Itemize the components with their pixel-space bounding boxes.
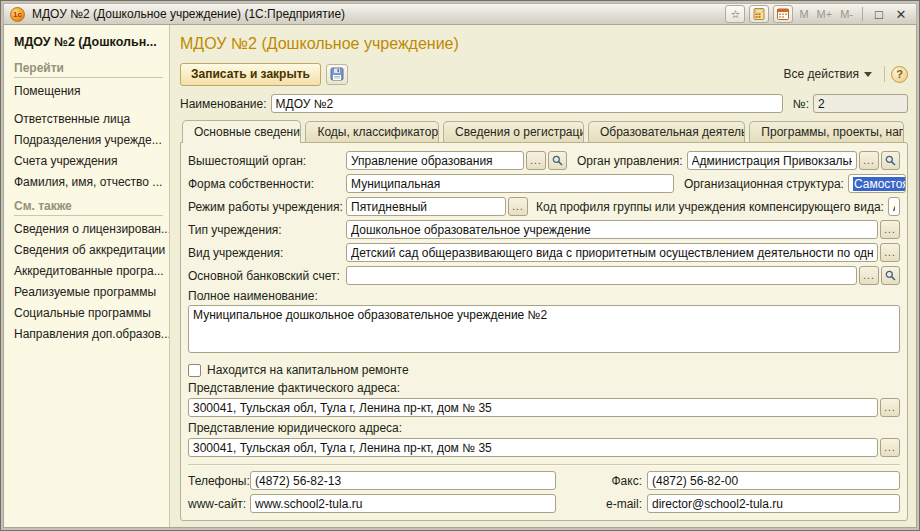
website-label: www-сайт: xyxy=(188,497,250,511)
tab-registration-info[interactable]: Сведения о регистрации xyxy=(443,121,584,142)
titlebar-separator xyxy=(862,7,863,21)
app-window: 1с МДОУ №2 (Дошкольное учреждение) (1С:П… xyxy=(0,0,920,531)
number-input[interactable] xyxy=(813,94,908,113)
tab-programs-projects[interactable]: Программы, проекты, нап... xyxy=(749,121,904,142)
renovation-label: Находится на капитальном ремонте xyxy=(207,363,409,377)
sidebar-item-responsible-persons[interactable]: Ответственные лица xyxy=(14,112,163,126)
bank-account-choose-button[interactable]: ... xyxy=(859,266,879,285)
superior-body-search-icon[interactable] xyxy=(548,151,567,170)
sidebar-item-licensing[interactable]: Сведения о лицензирован... xyxy=(14,222,163,236)
name-input[interactable] xyxy=(271,94,783,113)
work-mode-input[interactable] xyxy=(346,197,506,216)
all-actions-label: Все действия xyxy=(784,67,859,81)
legal-address-input[interactable] xyxy=(188,438,878,457)
window-title: МДОУ №2 (Дошкольное учреждение) (1С:Пред… xyxy=(32,7,725,21)
institution-kind-choose-button[interactable]: ... xyxy=(880,243,900,262)
sidebar-item-social-programs[interactable]: Социальные программы xyxy=(14,306,163,320)
favorites-star-icon[interactable]: ☆ xyxy=(725,5,745,23)
fax-input[interactable] xyxy=(647,471,900,490)
page-title: МДОУ №2 (Дошкольное учреждение) xyxy=(180,35,908,53)
sidebar-title: МДОУ №2 (Дошкольн... xyxy=(14,35,163,49)
sidebar-section-go: Перейти xyxy=(14,61,163,78)
legal-address-label: Представление юридического адреса: xyxy=(188,421,900,435)
profile-code-label: Код профиля группы или учреждения компен… xyxy=(536,200,884,214)
institution-kind-label: Вид учреждения: xyxy=(188,246,346,260)
ownership-input[interactable] xyxy=(346,174,674,193)
sidebar-item-full-names[interactable]: Фамилия, имя, отчество ... xyxy=(14,175,163,189)
superior-body-label: Вышестоящий орган: xyxy=(188,154,346,168)
tab-basic-info[interactable]: Основные сведения xyxy=(182,120,301,143)
management-body-input[interactable] xyxy=(687,151,857,170)
profile-code-input[interactable] xyxy=(888,197,900,216)
chevron-down-icon xyxy=(864,72,872,77)
work-mode-label: Режим работы учреждения: xyxy=(188,200,346,214)
full-name-label: Полное наименование: xyxy=(188,289,900,303)
management-body-search-icon[interactable] xyxy=(881,151,900,170)
sidebar-item-accounts[interactable]: Счета учреждения xyxy=(14,154,163,168)
sidebar-item-accredited-programs[interactable]: Аккредитованные програ... xyxy=(14,264,163,278)
save-icon[interactable] xyxy=(326,64,348,85)
toolbar-separator xyxy=(884,66,885,82)
email-label: e-mail: xyxy=(584,497,642,511)
superior-body-input[interactable] xyxy=(346,151,524,170)
toolbar: Записать и закрыть Все действия xyxy=(180,61,908,87)
tab-codes-classifiers[interactable]: Коды, классификаторы xyxy=(305,121,439,142)
actual-address-input[interactable] xyxy=(188,398,878,417)
maximize-button[interactable]: □ xyxy=(870,5,888,23)
close-button[interactable]: ✕ xyxy=(892,5,910,23)
main-area: МДОУ №2 (Дошкольное учреждение) Записать… xyxy=(170,25,916,527)
org-structure-input[interactable]: Самостоя xyxy=(848,174,906,193)
tab-panel-basic-info: Вышестоящий орган: ... Орган управления:… xyxy=(180,142,908,521)
1c-logo-icon: 1с xyxy=(10,7,25,22)
contacts-divider xyxy=(188,464,900,466)
memory-mminus-button[interactable]: M- xyxy=(838,8,855,20)
fax-label: Факс: xyxy=(584,474,642,488)
actual-address-choose-button[interactable]: ... xyxy=(880,398,900,417)
sidebar-item-premises[interactable]: Помещения xyxy=(14,84,163,98)
phones-label: Телефоны: xyxy=(188,474,250,488)
sidebar-item-implemented-programs[interactable]: Реализуемые программы xyxy=(14,285,163,299)
full-name-textarea[interactable]: Муниципальное дошкольное образовательное… xyxy=(188,305,900,353)
renovation-row: Находится на капитальном ремонте xyxy=(188,363,900,377)
superior-body-choose-button[interactable]: ... xyxy=(526,151,546,170)
institution-type-choose-button[interactable]: ... xyxy=(880,220,900,239)
calendar-icon[interactable] xyxy=(773,5,793,23)
all-actions-button[interactable]: Все действия xyxy=(778,65,878,83)
work-mode-choose-button[interactable]: ... xyxy=(508,197,528,216)
memory-mplus-button[interactable]: M+ xyxy=(815,8,835,20)
name-label: Наименование: xyxy=(180,97,267,111)
legal-address-choose-button[interactable]: ... xyxy=(880,438,900,457)
institution-type-label: Тип учреждения: xyxy=(188,223,346,237)
calculator-icon[interactable] xyxy=(749,5,769,23)
name-row: Наименование: №: xyxy=(180,94,908,113)
memory-m-button[interactable]: M xyxy=(797,8,810,20)
org-structure-label: Организационная структура: xyxy=(684,177,844,191)
management-body-label: Орган управления: xyxy=(577,154,683,168)
website-input[interactable] xyxy=(250,494,556,513)
title-bar: 1с МДОУ №2 (Дошкольное учреждение) (1С:П… xyxy=(3,3,917,25)
bank-account-input[interactable] xyxy=(346,266,857,285)
actual-address-label: Представление фактического адреса: xyxy=(188,381,900,395)
sidebar-section-see-also: См. также xyxy=(14,199,163,216)
number-label: №: xyxy=(793,97,809,111)
institution-kind-input[interactable] xyxy=(346,243,878,262)
tab-bar: Основные сведения Коды, классификаторы С… xyxy=(180,119,908,142)
org-structure-selected-text: Самостоя xyxy=(853,177,906,191)
sidebar-item-departments[interactable]: Подразделения учрежде... xyxy=(14,133,163,147)
sidebar: МДОУ №2 (Дошкольн... Перейти Помещения О… xyxy=(4,25,170,527)
email-input[interactable] xyxy=(647,494,900,513)
management-body-choose-button[interactable]: ... xyxy=(859,151,879,170)
sidebar-item-accreditation[interactable]: Сведения об аккредитации xyxy=(14,243,163,257)
bank-account-search-icon[interactable] xyxy=(881,266,900,285)
bank-account-label: Основной банковский счет: xyxy=(188,269,346,283)
ownership-label: Форма собственности: xyxy=(188,177,346,191)
phones-input[interactable] xyxy=(250,471,556,490)
institution-type-input[interactable] xyxy=(346,220,878,239)
save-and-close-button[interactable]: Записать и закрыть xyxy=(180,63,321,86)
help-button[interactable]: ? xyxy=(891,66,908,83)
renovation-checkbox[interactable] xyxy=(188,364,201,377)
tab-educational-activity[interactable]: Образовательная деятель... xyxy=(588,121,745,142)
sidebar-item-additional-education[interactable]: Направления доп.образов... xyxy=(14,327,163,341)
